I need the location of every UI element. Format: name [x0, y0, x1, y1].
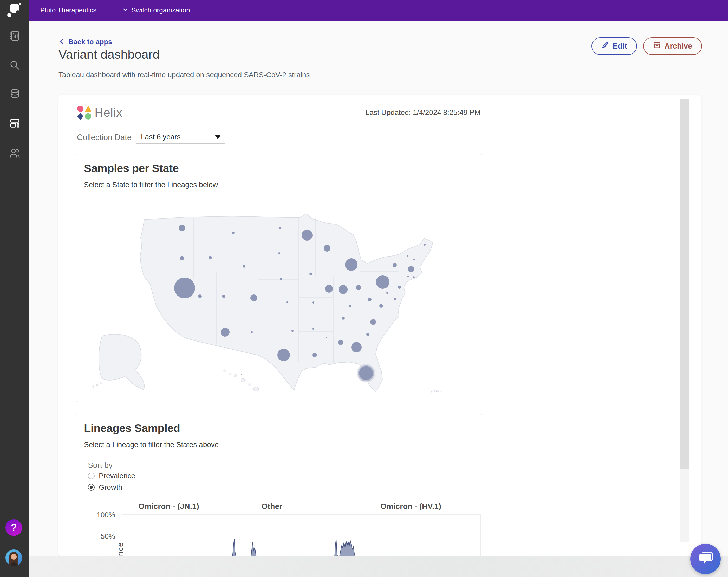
apps-layout-icon	[8, 126, 21, 130]
state-bubble-wyoming[interactable]	[243, 265, 245, 268]
state-bubble-missouri[interactable]	[312, 301, 314, 304]
state-bubble-minnesota[interactable]	[302, 230, 313, 241]
sidebar-item-team[interactable]	[8, 147, 21, 159]
helix-brand-name: Helix	[95, 106, 123, 120]
state-bubble-indiana[interactable]	[339, 285, 347, 294]
archive-button[interactable]: Archive	[643, 37, 702, 55]
y-tick-100: 100%	[92, 511, 115, 519]
back-to-apps-link[interactable]: Back to apps	[59, 38, 112, 46]
state-bubble-alabama[interactable]	[338, 340, 343, 345]
page-subtitle: Tableau dashboard with real-time updated…	[58, 71, 310, 79]
sidebar-item-apps[interactable]	[8, 117, 21, 129]
state-bubble-maryland[interactable]	[386, 292, 388, 294]
edit-button[interactable]: Edit	[592, 37, 637, 55]
state-bubble-tennessee[interactable]	[342, 317, 345, 320]
helix-logo: Helix	[77, 105, 123, 120]
state-bubble-west-virginia[interactable]	[368, 297, 371, 301]
state-bubble-hawaii[interactable]	[241, 374, 242, 375]
collection-date-select[interactable]: Last 6 years	[136, 130, 225, 144]
state-bubble-louisiana[interactable]	[312, 353, 317, 358]
sort-option-prevalence[interactable]: Prevalence	[88, 472, 135, 480]
chat-widget-button[interactable]	[690, 544, 721, 574]
radio-label: Growth	[99, 483, 122, 492]
switch-organization-label: Switch organization	[131, 6, 190, 14]
us-bubble-map[interactable]	[76, 194, 482, 400]
pluto-logo-icon[interactable]	[6, 2, 22, 19]
samples-panel-subtitle: Select a State to filter the Lineages be…	[84, 181, 218, 189]
lineage-prevalence-chart[interactable]	[122, 510, 481, 556]
state-bubble-georgia[interactable]	[351, 342, 362, 352]
viz-scrollbar-thumb[interactable]	[680, 99, 689, 469]
viz-scrollbar-track[interactable]	[680, 99, 689, 543]
state-bubble-rhode-island[interactable]	[413, 276, 415, 278]
y-tick-50: 50%	[92, 532, 115, 541]
state-bubble-new-jersey[interactable]	[398, 286, 401, 289]
topbar: Pluto Therapeutics Switch organization	[29, 0, 728, 21]
sidebar-item-data[interactable]	[8, 88, 21, 100]
state-bubble-michigan[interactable]	[345, 258, 358, 271]
state-bubble-north-dakota[interactable]	[279, 227, 281, 229]
divider	[77, 124, 480, 124]
state-bubble-pennsylvania[interactable]	[376, 275, 389, 289]
back-to-apps-label: Back to apps	[69, 38, 112, 46]
state-bubble-new-york[interactable]	[393, 263, 397, 267]
state-bubble-delaware[interactable]	[394, 297, 396, 300]
samples-panel-title: Samples per State	[84, 162, 179, 175]
prevalence-area-omicron-hv-1-	[335, 539, 356, 556]
user-avatar[interactable]	[5, 549, 22, 566]
state-bubble-wisconsin[interactable]	[324, 245, 331, 252]
state-bubble-montana[interactable]	[232, 232, 235, 234]
chevron-down-icon	[123, 6, 128, 14]
state-bubble-oregon[interactable]	[180, 256, 184, 260]
radio-icon	[88, 484, 95, 491]
sidebar-item-search[interactable]	[8, 59, 21, 72]
state-bubble-mississippi[interactable]	[326, 337, 327, 338]
aleutian-islands	[93, 383, 101, 387]
app-window: Pluto Therapeutics Switch organization	[0, 0, 728, 577]
state-bubble-ohio[interactable]	[356, 285, 361, 290]
archive-box-icon	[653, 41, 661, 51]
help-label: ?	[11, 522, 17, 533]
state-bubble-washington[interactable]	[179, 225, 185, 231]
radio-icon	[88, 473, 95, 479]
sort-option-growth[interactable]: Growth	[88, 483, 122, 492]
state-bubble-oklahoma[interactable]	[291, 330, 293, 332]
state-bubble-nebraska[interactable]	[280, 278, 282, 280]
state-bubble-virginia[interactable]	[379, 304, 383, 308]
state-bubble-nevada[interactable]	[198, 294, 202, 298]
state-bubble-kansas[interactable]	[286, 301, 288, 303]
prevalence-area-other	[251, 542, 257, 556]
state-bubble-maine[interactable]	[423, 243, 425, 245]
state-bubble-arkansas[interactable]	[312, 328, 314, 330]
help-button[interactable]: ?	[5, 519, 22, 536]
switch-organization-button[interactable]: Switch organization	[123, 6, 190, 14]
alaska-outline	[99, 334, 144, 390]
state-bubble-iowa[interactable]	[309, 273, 312, 275]
sidebar-item-experiments[interactable]	[8, 30, 21, 42]
state-bubble-arizona[interactable]	[221, 328, 230, 337]
state-bubble-colorado[interactable]	[251, 294, 257, 301]
state-bubble-connecticut[interactable]	[408, 276, 409, 277]
state-bubble-vermont[interactable]	[407, 255, 409, 257]
state-bubble-puerto-rico[interactable]	[436, 391, 437, 392]
state-bubble-idaho[interactable]	[209, 256, 212, 259]
state-bubble-new-hampshire[interactable]	[413, 259, 415, 260]
page-bottom-band	[29, 556, 728, 577]
state-bubble-florida[interactable]	[358, 365, 374, 381]
organization-name: Pluto Therapeutics	[40, 6, 97, 14]
hawaii-outline	[224, 370, 259, 391]
search-icon	[8, 68, 21, 72]
state-bubble-massachusetts[interactable]	[408, 266, 414, 272]
lineage-column-header: Omicron - (HV.1)	[381, 502, 441, 511]
state-bubble-utah[interactable]	[222, 295, 225, 298]
state-bubble-north-carolina[interactable]	[370, 319, 376, 325]
state-bubble-texas[interactable]	[278, 349, 290, 361]
state-bubble-california[interactable]	[174, 278, 195, 298]
radio-label: Prevalence	[99, 472, 135, 480]
prevalence-area-other	[232, 539, 237, 556]
state-bubble-south-carolina[interactable]	[366, 333, 369, 336]
state-bubble-kentucky[interactable]	[349, 305, 351, 307]
state-bubble-south-dakota[interactable]	[278, 252, 280, 255]
state-bubble-new-mexico[interactable]	[251, 331, 253, 333]
state-bubble-illinois[interactable]	[325, 285, 333, 293]
